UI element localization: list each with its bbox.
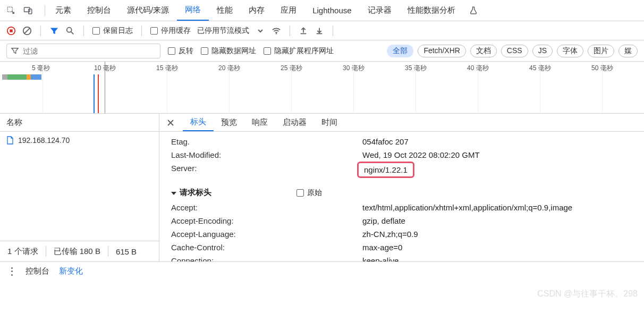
header-server: Server: nginx/1.22.1 [159, 162, 644, 178]
headers-body: Etag. 054fafoc 207 Last-Modified: Wed, 1… [159, 132, 644, 261]
top-tab-源代码/来源[interactable]: 源代码/来源 [119, 0, 177, 21]
svg-line-6 [24, 28, 30, 33]
header-accept: Accept:text/html,application/xhtml+xml,a… [159, 201, 644, 214]
wifi-icon[interactable] [272, 26, 281, 36]
chevron-down-icon[interactable] [256, 26, 265, 36]
name-column-header[interactable]: 名称 [0, 114, 159, 132]
header-last-modified: Last-Modified: Wed, 19 Oct 2022 08:02:20… [159, 148, 644, 162]
top-tab-bar: 元素控制台源代码/来源网络性能内存应用Lighthouse记录器性能数据分析 [0, 0, 644, 21]
top-tab-Lighthouse[interactable]: Lighthouse [304, 0, 359, 21]
watermark: CSDN @与往事干杯。298 [537, 289, 638, 300]
type-pill-JS[interactable]: JS [532, 45, 553, 57]
filter-input-wrap[interactable] [6, 44, 160, 58]
resources-size: 615 B [116, 247, 137, 256]
invert-label: 反转 [179, 46, 193, 56]
inspect-icon[interactable] [6, 6, 16, 15]
device-icon[interactable] [23, 6, 33, 15]
preserve-log-checkbox[interactable]: 保留日志 [92, 26, 133, 36]
type-pill-全部[interactable]: 全部 [387, 45, 413, 57]
network-toolbar: 保留日志 停用缓存 已停用节流模式 [0, 21, 644, 40]
overview-bar [2, 73, 41, 81]
header-cache-control: Cache-Control:max-age=0 [159, 241, 644, 254]
header-accept-encoding: Accept-Encoding:gzip, deflate [159, 214, 644, 227]
server-highlight: nginx/1.22.1 [357, 162, 414, 178]
tick-label: 5 毫秒 [32, 64, 50, 73]
search-icon[interactable] [65, 26, 75, 36]
clear-icon[interactable] [22, 26, 32, 36]
top-tab-内存[interactable]: 内存 [241, 0, 273, 21]
console-drawer-tab[interactable]: 控制台 [26, 266, 49, 276]
detail-tab-预览[interactable]: 预览 [214, 114, 244, 131]
whats-new-tab[interactable]: 新变化 [59, 266, 83, 276]
tick-line [602, 62, 603, 113]
checkbox-icon [201, 47, 208, 55]
top-tab-网络[interactable]: 网络 [177, 0, 209, 21]
dom-content-line [94, 74, 95, 113]
svg-point-7 [67, 27, 72, 32]
funnel-icon [11, 47, 19, 55]
header-connection: Connection:keep-alive [159, 254, 644, 261]
upload-icon[interactable] [299, 26, 308, 36]
svg-point-9 [276, 33, 277, 34]
summary-bar: 1 个请求 已传输 180 B 615 B [0, 241, 159, 261]
kebab-icon[interactable] [7, 267, 16, 276]
preserve-log-label: 保留日志 [103, 26, 133, 36]
top-tab-性能[interactable]: 性能 [209, 0, 241, 21]
checkbox-icon [150, 27, 158, 35]
type-pill-媒[interactable]: 媒 [618, 45, 638, 57]
triangle-down-icon [171, 192, 176, 195]
tick-line [229, 62, 230, 113]
raw-checkbox[interactable]: 原始 [296, 188, 322, 198]
type-pill-字体[interactable]: 字体 [557, 45, 583, 57]
top-tab-性能数据分析[interactable]: 性能数据分析 [400, 0, 463, 21]
throttling-select[interactable]: 已停用节流模式 [197, 26, 249, 36]
document-icon [6, 136, 14, 145]
type-pill-Fetch/XHR[interactable]: Fetch/XHR [418, 45, 465, 57]
top-tab-list: 元素控制台源代码/来源网络性能内存应用Lighthouse记录器性能数据分析 [47, 0, 463, 21]
checkbox-icon [168, 47, 175, 55]
separator [333, 26, 333, 36]
type-pill-图片[interactable]: 图片 [588, 45, 614, 57]
request-name: 192.168.124.70 [18, 136, 70, 145]
detail-tab-bar: 标头预览响应启动器时间 [159, 114, 644, 132]
request-headers-section[interactable]: 请求标头 原始 [159, 184, 644, 201]
separator [40, 26, 41, 36]
top-tab-控制台[interactable]: 控制台 [79, 0, 119, 21]
type-filter-group: 全部Fetch/XHR文档CSSJS字体图片媒 [387, 45, 638, 57]
disable-cache-label: 停用缓存 [161, 26, 191, 36]
tick-line [353, 62, 354, 113]
hide-data-urls-checkbox[interactable]: 隐藏数据网址 [201, 46, 256, 56]
top-tab-元素[interactable]: 元素 [47, 0, 79, 21]
hide-ext-urls-checkbox[interactable]: 隐藏扩展程序网址 [264, 46, 334, 56]
close-icon[interactable] [165, 117, 176, 129]
load-line [98, 74, 99, 113]
invert-checkbox[interactable]: 反转 [168, 46, 193, 56]
detail-tab-启动器[interactable]: 启动器 [275, 114, 314, 131]
detail-tab-时间[interactable]: 时间 [314, 114, 345, 131]
checkbox-icon [92, 27, 100, 35]
checkbox-icon [296, 189, 304, 197]
bottom-bar: 控制台 新变化 [0, 261, 644, 281]
detail-tab-响应[interactable]: 响应 [244, 114, 275, 131]
separator [45, 5, 45, 16]
hide-ext-urls-label: 隐藏扩展程序网址 [274, 46, 334, 56]
svg-line-8 [71, 31, 74, 34]
tick-line [105, 62, 105, 113]
checkbox-icon [264, 47, 271, 55]
stop-record-icon[interactable] [6, 26, 16, 36]
header-accept-language: Accept-Language:zh-CN,zh;q=0.9 [159, 227, 644, 241]
filter-input[interactable] [23, 47, 156, 55]
type-pill-文档[interactable]: 文档 [470, 45, 497, 57]
disable-cache-checkbox[interactable]: 停用缓存 [150, 26, 191, 36]
separator [141, 26, 142, 36]
filter-icon[interactable] [49, 26, 59, 36]
type-pill-CSS[interactable]: CSS [501, 45, 528, 57]
flask-icon[interactable] [469, 6, 478, 15]
timeline: 5 毫秒10 毫秒15 毫秒20 毫秒25 毫秒30 毫秒35 毫秒40 毫秒4… [0, 62, 644, 114]
download-icon[interactable] [315, 26, 324, 36]
top-tab-记录器[interactable]: 记录器 [360, 0, 400, 21]
detail-tab-标头[interactable]: 标头 [183, 114, 214, 131]
top-tab-应用[interactable]: 应用 [273, 0, 304, 21]
filter-bar: 反转 隐藏数据网址 隐藏扩展程序网址 全部Fetch/XHR文档CSSJS字体图… [0, 40, 644, 62]
request-row[interactable]: 192.168.124.70 [0, 132, 159, 149]
